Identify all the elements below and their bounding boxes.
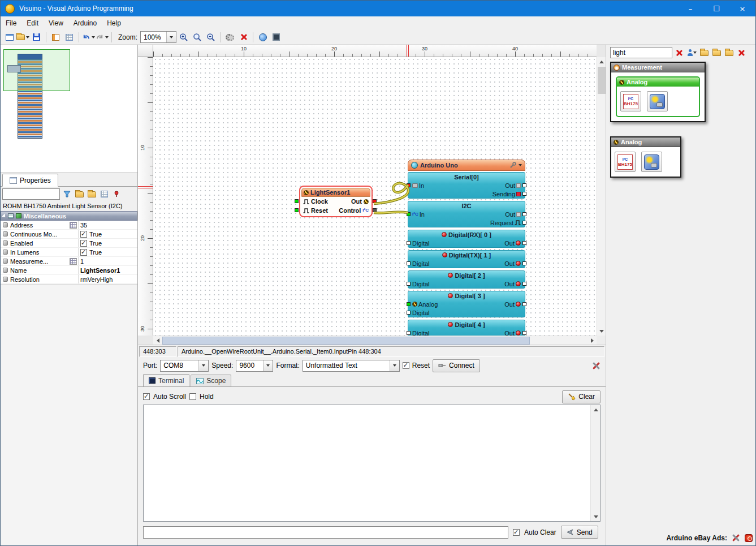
component-bh1750-button[interactable]: I²C BH175 <box>620 91 641 111</box>
filter-view-button[interactable] <box>686 47 697 58</box>
open-project-button[interactable] <box>16 31 29 44</box>
lightsensor1-block[interactable]: LightSensor1 Clock Out <box>299 186 373 217</box>
component-bh1750-button[interactable]: I²C BH175 <box>615 152 636 172</box>
clear-button[interactable]: Clear <box>562 390 601 403</box>
new-category-button[interactable] <box>723 47 735 58</box>
filter-properties-button[interactable] <box>61 188 72 200</box>
pin-digital4-in[interactable] <box>407 331 411 335</box>
continuous-mode-checkbox[interactable] <box>80 231 87 238</box>
canvas-vertical-scrollbar[interactable] <box>597 57 606 336</box>
zoom-out-button[interactable] <box>204 31 217 44</box>
close-button[interactable]: × <box>729 1 755 16</box>
delete-button[interactable] <box>237 31 250 44</box>
toolbox-search-input[interactable] <box>610 47 672 58</box>
arduino-header[interactable]: Arduino Uno <box>408 160 525 171</box>
wrench-icon[interactable] <box>509 162 516 169</box>
pin-digital3-in[interactable] <box>407 311 411 315</box>
send-button[interactable]: Send <box>561 526 598 539</box>
close-toolbox-button[interactable] <box>736 47 747 58</box>
pin-digital2-in[interactable] <box>407 282 411 286</box>
clear-search-button[interactable] <box>673 47 685 58</box>
wire-out-to-serial-outline[interactable] <box>374 183 408 204</box>
redo-button[interactable] <box>96 31 109 44</box>
pin-digital0-in[interactable] <box>407 241 411 245</box>
arduino-dropdown-icon[interactable] <box>519 164 522 166</box>
auto-clear-checkbox[interactable] <box>513 529 520 536</box>
collapse-all-button[interactable] <box>711 47 722 58</box>
property-row-continuous-mode[interactable]: Continuous Mo... True <box>1 230 137 239</box>
serial-settings-icon[interactable] <box>592 362 601 370</box>
pin-digital4-out[interactable] <box>522 331 526 335</box>
arduino-uno-block[interactable]: Arduino Uno Serial[0] In Out <box>408 160 525 336</box>
category-view-button[interactable] <box>98 188 110 200</box>
pin-digital2-out[interactable] <box>522 282 526 286</box>
zoom-dropdown-button[interactable] <box>166 32 176 42</box>
power-icon[interactable] <box>745 534 753 542</box>
pin-digital3-out[interactable] <box>522 302 526 306</box>
pin-digital3-analog[interactable] <box>407 302 411 306</box>
measurement-header[interactable]: Measurement <box>611 63 705 72</box>
category-header-miscellaneous[interactable]: Miscellaneous <box>1 211 137 221</box>
component-light-sensor-button[interactable] <box>647 91 668 111</box>
minimize-button[interactable]: – <box>677 1 703 16</box>
menu-edit[interactable]: Edit <box>21 17 44 29</box>
zoom-reset-button[interactable] <box>191 31 204 44</box>
format-combobox[interactable]: Unformatted Text <box>303 360 400 372</box>
scroll-up-button[interactable] <box>591 405 601 414</box>
reset-checkbox[interactable] <box>403 362 409 369</box>
speed-dropdown-button[interactable] <box>263 360 273 371</box>
save-project-button[interactable] <box>30 31 43 44</box>
property-row-measurement[interactable]: Measureme... 1 <box>1 257 137 266</box>
scroll-up-button[interactable] <box>597 57 606 66</box>
property-detail-icon[interactable] <box>70 258 77 265</box>
property-detail-icon[interactable] <box>70 222 77 229</box>
auto-scroll-checkbox[interactable] <box>143 393 150 400</box>
pin-serial-out[interactable] <box>522 183 526 187</box>
maximize-button[interactable]: ☐ <box>703 1 729 16</box>
pin-panel-button[interactable] <box>111 188 122 200</box>
port-combobox[interactable]: COM8 <box>160 360 209 372</box>
wire-control-to-i2c[interactable] <box>374 212 408 213</box>
property-row-in-lumens[interactable]: In Lumens True <box>1 248 137 257</box>
terminal-scrollbar[interactable] <box>590 405 600 521</box>
toggle-grid-button[interactable] <box>63 31 76 44</box>
analog-header[interactable]: Analog <box>611 137 680 147</box>
vertical-scroll-thumb[interactable] <box>598 67 606 94</box>
pin-digital0-out[interactable] <box>522 241 526 245</box>
pin-digital1-out[interactable] <box>522 261 526 265</box>
send-input[interactable] <box>143 526 508 539</box>
analog-subheader[interactable]: Analog <box>617 78 699 87</box>
menu-arduino[interactable]: Arduino <box>68 17 102 29</box>
collapse-categories-button[interactable] <box>86 188 97 200</box>
design-canvas[interactable]: LightSensor1 Clock Out <box>153 57 597 336</box>
wire-control-to-i2c-outline[interactable] <box>374 212 408 213</box>
pin-digital1-in[interactable] <box>407 261 411 265</box>
pin-i2c-out[interactable] <box>522 212 526 216</box>
speed-combobox[interactable]: 9600 <box>236 360 273 372</box>
lightsensor1-header[interactable]: LightSensor1 <box>301 188 370 197</box>
menu-file[interactable]: File <box>1 17 21 29</box>
undo-button[interactable] <box>82 31 95 44</box>
pin-reset[interactable] <box>295 208 299 212</box>
pin-clock[interactable] <box>295 199 299 203</box>
expand-all-button[interactable] <box>698 47 710 58</box>
new-project-button[interactable] <box>3 31 16 44</box>
connect-button[interactable]: Connect <box>433 359 480 372</box>
component-light-sensor-button[interactable] <box>641 152 662 172</box>
wire-out-to-serial[interactable] <box>374 183 408 204</box>
pin-serial-in[interactable] <box>407 183 411 187</box>
scroll-left-button[interactable] <box>153 336 162 345</box>
pin-i2c-in[interactable] <box>407 212 411 216</box>
property-row-address[interactable]: Address 35 <box>1 221 137 230</box>
menu-help[interactable]: Help <box>102 17 126 29</box>
property-row-enabled[interactable]: Enabled True <box>1 239 137 248</box>
hold-checkbox[interactable] <box>189 393 196 400</box>
canvas-horizontal-scrollbar[interactable] <box>153 336 597 345</box>
pin-serial-sending[interactable] <box>522 192 526 196</box>
enabled-checkbox[interactable] <box>80 240 87 247</box>
toggle-properties-panel-button[interactable] <box>49 31 62 44</box>
web-link-button[interactable] <box>256 31 269 44</box>
pin-control[interactable] <box>373 208 377 212</box>
property-row-name[interactable]: Name LightSensor1 <box>1 266 137 275</box>
zoom-in-button[interactable] <box>177 31 190 44</box>
